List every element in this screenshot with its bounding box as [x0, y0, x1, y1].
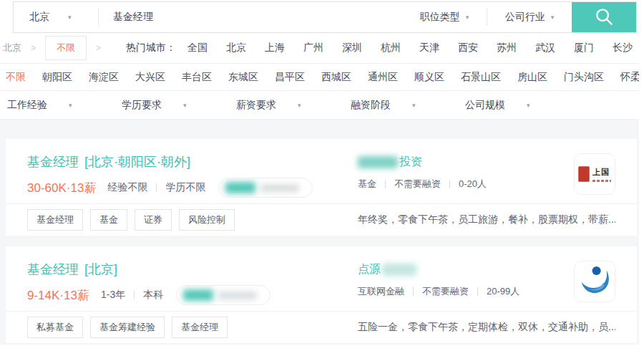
filter-label: 融资阶段	[351, 99, 391, 112]
hot-city-item[interactable]: 北京	[226, 42, 246, 54]
job-tag[interactable]: 基金	[90, 209, 127, 231]
company-financing: 不需要融资	[394, 178, 441, 191]
job-tag[interactable]: 风险控制	[179, 209, 235, 231]
company-logo[interactable]	[574, 261, 615, 302]
job-card[interactable]: 基金经理[北京] 9-14K·13薪 1-3年 本科 点源	[6, 246, 637, 343]
job-benefits: 五险一金，零食下午茶，定期体检，双休，交通补助，员...	[358, 321, 615, 334]
city-select[interactable]: 北京 ▾	[14, 2, 98, 32]
district-item[interactable]: 丰台区	[182, 71, 212, 84]
search-bar: 北京 ▾ 职位类型 ▾ 公司行业 ▾	[13, 1, 637, 33]
hot-city-item[interactable]: 深圳	[342, 42, 362, 54]
hot-city-item[interactable]: 上海	[265, 42, 285, 54]
industry-dropdown[interactable]: 公司行业 ▾	[487, 2, 572, 32]
location-nav-row: 北京 > 不限 > 热门城市： 全国 北京 上海 广州 深圳 杭州 天津 西安 …	[0, 33, 639, 64]
job-type-dropdown[interactable]: 职位类型 ▾	[402, 2, 487, 32]
job-tag[interactable]: 私募基金	[27, 317, 83, 338]
company-logo[interactable]: 上国	[574, 153, 615, 195]
filter-salary[interactable]: 薪资要求 ▾	[236, 99, 351, 112]
filter-experience[interactable]: 工作经验 ▾	[7, 99, 122, 112]
company-size: 20-99人	[487, 285, 519, 298]
divider	[413, 287, 414, 296]
district-item[interactable]: 石景山区	[461, 71, 501, 84]
job-card-main: 基金经理[北京·朝阳区·朝外] 30-60K·13薪 经验不限 学历不限 投资	[6, 139, 637, 203]
job-type-label: 职位类型	[420, 11, 460, 24]
hot-city-item[interactable]: 天津	[419, 42, 439, 54]
chevron-right-icon: >	[96, 43, 101, 53]
filter-label: 公司规模	[465, 99, 505, 112]
breadcrumb-city[interactable]: 北京	[3, 42, 21, 54]
caret-down-icon: ▾	[527, 102, 530, 109]
job-card-footer: 私募基金 基金筹建经验 基金经理 五险一金，零食下午茶，定期体检，双休，交通补助…	[6, 311, 637, 343]
blurred-avatar	[225, 182, 255, 193]
district-item[interactable]: 昌平区	[275, 71, 305, 84]
job-benefits: 年终奖，零食下午茶，员工旅游，餐补，股票期权，带薪...	[358, 213, 615, 226]
district-list: 不限 朝阳区 海淀区 大兴区 丰台区 东城区 昌平区 西城区 通州区 顺义区 石…	[6, 71, 639, 84]
job-card-footer: 基金经理 基金 证券 风险控制 年终奖，零食下午茶，员工旅游，餐补，股票期权，带…	[6, 203, 637, 236]
hot-city-item[interactable]: 西安	[458, 42, 478, 54]
job-location: [北京]	[84, 262, 117, 276]
hot-city-item[interactable]: 全国	[187, 42, 208, 54]
divider	[385, 180, 386, 188]
hot-city-item[interactable]: 广州	[303, 42, 323, 54]
company-size: 0-20人	[459, 178, 487, 191]
district-item[interactable]: 大兴区	[135, 71, 165, 84]
district-item[interactable]: 东城区	[228, 71, 258, 84]
filter-financing[interactable]: 融资阶段 ▾	[351, 99, 465, 112]
job-tag[interactable]: 基金经理	[172, 317, 228, 338]
filter-label: 工作经验	[7, 99, 47, 112]
divider	[477, 287, 478, 296]
company-financing: 不需要融资	[422, 285, 469, 298]
district-item[interactable]: 房山区	[517, 71, 547, 84]
red-seal-icon	[578, 166, 590, 182]
company-name-link[interactable]: 点源	[358, 262, 381, 277]
search-button[interactable]	[572, 2, 636, 32]
caret-down-icon: ▾	[466, 14, 469, 21]
job-title-link[interactable]: 基金经理[北京·朝阳区·朝外]	[27, 153, 358, 170]
district-item[interactable]: 怀柔区	[620, 71, 639, 84]
district-nav-row: 不限 朝阳区 海淀区 大兴区 丰台区 东城区 昌平区 西城区 通州区 顺义区 石…	[0, 64, 639, 91]
district-item[interactable]: 顺义区	[414, 71, 444, 84]
job-title-link[interactable]: 基金经理[北京]	[27, 261, 358, 278]
blurred-company-name	[358, 156, 398, 168]
district-item[interactable]: 西城区	[321, 71, 351, 84]
district-item-unlimited[interactable]: 不限	[6, 71, 26, 84]
district-item[interactable]: 朝阳区	[42, 71, 72, 84]
keyword-search-input[interactable]	[99, 2, 402, 32]
hot-city-item[interactable]: 武汉	[535, 42, 555, 54]
caret-down-icon: ▾	[298, 102, 301, 109]
filter-label: 薪资要求	[236, 99, 276, 112]
recruiter-pill-blurred[interactable]	[218, 178, 313, 198]
logo-caption	[592, 180, 611, 182]
district-unlimited-button[interactable]: 不限	[45, 36, 87, 60]
job-education: 本科	[143, 289, 163, 302]
job-experience: 经验不限	[107, 181, 147, 194]
filter-education[interactable]: 学历要求 ▾	[122, 99, 236, 112]
district-item[interactable]: 海淀区	[89, 71, 119, 84]
hot-city-item[interactable]: 杭州	[381, 42, 401, 54]
recruiter-pill-blurred[interactable]	[176, 285, 270, 305]
job-card-main: 基金经理[北京] 9-14K·13薪 1-3年 本科 点源	[6, 246, 637, 311]
filter-company-size[interactable]: 公司规模 ▾	[465, 99, 580, 112]
hot-cities-label: 热门城市：	[126, 42, 176, 54]
district-item[interactable]: 通州区	[368, 71, 398, 84]
job-card[interactable]: 基金经理[北京·朝阳区·朝外] 30-60K·13薪 经验不限 学历不限 投资	[6, 139, 637, 236]
hot-city-item[interactable]: 长沙	[613, 42, 633, 54]
job-tags: 基金经理 基金 证券 风险控制	[27, 209, 358, 231]
search-icon	[593, 6, 615, 29]
district-item[interactable]: 门头沟区	[564, 71, 604, 84]
divider	[134, 291, 135, 299]
city-select-value: 北京	[29, 11, 49, 24]
job-tag[interactable]: 证券	[135, 209, 172, 231]
industry-label: 公司行业	[505, 11, 545, 24]
job-salary: 9-14K·13薪	[27, 287, 89, 304]
divider	[449, 180, 450, 188]
divider	[156, 183, 157, 192]
company-name-link[interactable]: 投资	[399, 155, 422, 170]
job-tag[interactable]: 基金筹建经验	[90, 317, 165, 338]
caret-down-icon: ▾	[551, 14, 555, 21]
hot-city-item[interactable]: 厦门	[574, 42, 594, 54]
filter-label: 学历要求	[122, 99, 162, 112]
hot-city-item[interactable]: 苏州	[497, 42, 517, 54]
job-salary: 30-60K·13薪	[27, 180, 96, 196]
job-tag[interactable]: 基金经理	[27, 209, 83, 231]
